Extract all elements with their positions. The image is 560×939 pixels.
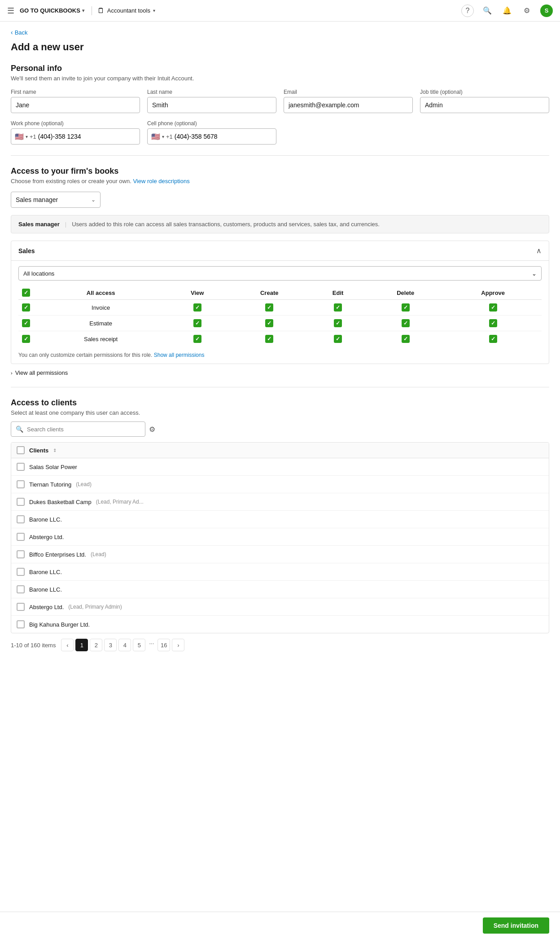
col-delete[interactable] bbox=[367, 300, 444, 316]
client-checkbox[interactable] bbox=[17, 533, 25, 541]
client-name: Biffco Enterprises Ltd. bbox=[29, 551, 86, 558]
email-input[interactable] bbox=[284, 97, 413, 113]
back-link[interactable]: ‹ Back bbox=[11, 29, 549, 36]
client-checkbox[interactable] bbox=[17, 585, 25, 593]
search-icon[interactable]: 🔍 bbox=[481, 4, 494, 17]
sort-clients-icon[interactable]: ⇕ bbox=[53, 448, 57, 453]
cell-phone-caret-icon[interactable]: ▾ bbox=[162, 134, 164, 139]
page-5-button[interactable]: 5 bbox=[133, 639, 145, 651]
client-name: Barone LLC. bbox=[29, 516, 62, 523]
search-clients-input[interactable] bbox=[27, 426, 140, 433]
page-dots: ... bbox=[147, 639, 156, 651]
nav-icons: ? 🔍 🔔 ⚙ S bbox=[461, 4, 553, 17]
client-row: Abstergo Ltd. (Lead, Primary Admin) bbox=[11, 598, 549, 616]
show-all-permissions-link[interactable]: Show all permissions bbox=[154, 352, 205, 358]
location-caret-icon: ⌄ bbox=[532, 270, 537, 277]
row-checkbox[interactable] bbox=[18, 316, 36, 331]
work-phone-caret-icon[interactable]: ▾ bbox=[26, 134, 28, 139]
client-name: Barone LLC. bbox=[29, 569, 62, 575]
page-4-button[interactable]: 4 bbox=[118, 639, 131, 651]
role-select-dropdown[interactable]: Sales manager ⌄ bbox=[11, 192, 101, 208]
gear-icon[interactable]: ⚙ bbox=[521, 4, 533, 17]
client-checkbox[interactable] bbox=[17, 603, 25, 611]
view-all-permissions[interactable]: › View all permissions bbox=[11, 369, 549, 376]
col-create[interactable] bbox=[229, 316, 309, 331]
settings-icon[interactable]: ⚙ bbox=[149, 425, 155, 434]
client-access-title: Access to clients bbox=[11, 398, 549, 408]
personal-info-section: Personal info We'll send them an invite … bbox=[11, 64, 549, 145]
col-view[interactable] bbox=[165, 331, 229, 347]
select-all-clients-checkbox[interactable] bbox=[17, 446, 25, 454]
client-checkbox[interactable] bbox=[17, 498, 25, 506]
col-approve: Approve bbox=[444, 286, 542, 300]
select-all-checkbox[interactable] bbox=[22, 289, 30, 297]
view-all-perms-label: View all permissions bbox=[15, 369, 68, 376]
goto-quickbooks-button[interactable]: GO TO QUICKBOOKS ▾ bbox=[20, 7, 84, 14]
col-approve[interactable] bbox=[444, 331, 542, 347]
back-arrow-icon: ‹ bbox=[11, 29, 13, 36]
page-1-button[interactable]: 1 bbox=[75, 639, 88, 651]
client-checkbox[interactable] bbox=[17, 480, 25, 488]
cell-phone-group: Cell phone (optional) 🇺🇸 ▾ +1 bbox=[147, 120, 276, 145]
row-checkbox[interactable] bbox=[18, 331, 36, 347]
client-row: Biffco Enterprises Ltd. (Lead) bbox=[11, 546, 549, 563]
view-role-descriptions-link[interactable]: View role descriptions bbox=[133, 178, 189, 184]
hamburger-icon[interactable]: ☰ bbox=[7, 6, 14, 16]
work-phone-input[interactable] bbox=[38, 133, 136, 140]
cell-phone-input-group[interactable]: 🇺🇸 ▾ +1 bbox=[147, 128, 276, 145]
client-checkbox[interactable] bbox=[17, 620, 25, 628]
job-title-group: Job title (optional) bbox=[420, 89, 549, 113]
page-16-button[interactable]: 16 bbox=[158, 639, 170, 651]
client-row: Tiernan Tutoring (Lead) bbox=[11, 476, 549, 493]
permissions-header: Sales ∧ bbox=[11, 241, 549, 261]
help-icon[interactable]: ? bbox=[461, 4, 474, 17]
firm-access-subtitle: Choose from existing roles or create you… bbox=[11, 178, 549, 184]
accountant-tools-caret-icon: ▾ bbox=[153, 8, 155, 13]
col-delete[interactable] bbox=[367, 316, 444, 331]
col-edit[interactable] bbox=[309, 316, 367, 331]
chevron-right-icon: › bbox=[11, 370, 13, 376]
work-phone-group: Work phone (optional) 🇺🇸 ▾ +1 bbox=[11, 120, 140, 145]
main-content: ‹ Back Add a new user Personal info We'l… bbox=[0, 22, 560, 693]
bell-icon[interactable]: 🔔 bbox=[501, 4, 513, 17]
prev-page-button[interactable]: ‹ bbox=[61, 639, 74, 651]
col-create[interactable] bbox=[229, 300, 309, 316]
briefcase-icon: 🗒 bbox=[97, 7, 105, 15]
col-create[interactable] bbox=[229, 331, 309, 347]
client-checkbox[interactable] bbox=[17, 463, 25, 471]
job-title-input[interactable] bbox=[420, 97, 549, 113]
collapse-icon[interactable]: ∧ bbox=[536, 246, 542, 255]
col-view[interactable] bbox=[165, 300, 229, 316]
client-checkbox[interactable] bbox=[17, 515, 25, 523]
col-approve[interactable] bbox=[444, 300, 542, 316]
first-name-input[interactable] bbox=[11, 97, 140, 113]
client-checkbox[interactable] bbox=[17, 568, 25, 576]
location-value: All locations bbox=[23, 270, 54, 277]
next-page-button[interactable]: › bbox=[172, 639, 184, 651]
col-view[interactable] bbox=[165, 316, 229, 331]
personal-info-title: Personal info bbox=[11, 64, 549, 73]
cell-phone-input[interactable] bbox=[175, 133, 272, 140]
work-phone-input-group[interactable]: 🇺🇸 ▾ +1 bbox=[11, 128, 140, 145]
avatar[interactable]: S bbox=[540, 4, 553, 17]
empty-group-1 bbox=[284, 120, 413, 145]
col-edit[interactable] bbox=[309, 300, 367, 316]
accountant-tools-menu[interactable]: 🗒 Accountant tools ▾ bbox=[97, 7, 155, 15]
page-buttons: 12345...16 bbox=[75, 639, 170, 651]
client-row: Big Kahuna Burger Ltd. bbox=[11, 616, 549, 633]
col-approve[interactable] bbox=[444, 316, 542, 331]
last-name-input[interactable] bbox=[147, 97, 276, 113]
page-2-button[interactable]: 2 bbox=[90, 639, 102, 651]
col-edit[interactable] bbox=[309, 331, 367, 347]
client-checkbox[interactable] bbox=[17, 550, 25, 558]
customize-note: You can only customize certain permissio… bbox=[18, 352, 542, 358]
pagination: 1-10 of 160 items ‹ 12345...16 › bbox=[11, 633, 549, 657]
search-input-wrapper[interactable]: 🔍 bbox=[11, 421, 145, 437]
col-delete[interactable] bbox=[367, 331, 444, 347]
work-phone-label: Work phone (optional) bbox=[11, 120, 140, 127]
col-edit: Edit bbox=[309, 286, 367, 300]
location-select[interactable]: All locations ⌄ bbox=[18, 266, 542, 281]
page-3-button[interactable]: 3 bbox=[104, 639, 117, 651]
row-checkbox[interactable] bbox=[18, 300, 36, 316]
client-row: Barone LLC. bbox=[11, 581, 549, 598]
